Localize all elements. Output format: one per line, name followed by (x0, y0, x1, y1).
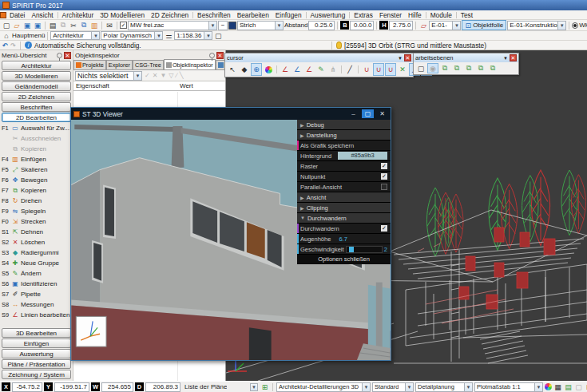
sidebar-category-2d-zeichnen[interactable]: 2D Zeichnen (2, 92, 71, 101)
chevron-down-icon[interactable]: ▼ (464, 383, 472, 391)
chevron-down-icon[interactable]: ▼ (557, 22, 565, 30)
sidebar-category-auswertung[interactable]: Auswertung (2, 349, 71, 358)
chevron-down-icon[interactable]: ▼ (405, 383, 413, 391)
background-color-field[interactable]: #85a9b3 (338, 152, 387, 160)
cursor-icon[interactable]: ↖ (227, 63, 238, 76)
sidebar-category-2d-bearbeiten[interactable]: 2D Bearbeiten (2, 113, 71, 122)
tool-loeschen[interactable]: S2✕Löschen (0, 237, 73, 247)
print-icon[interactable]: ▤ (48, 21, 58, 30)
plane-icon-2[interactable]: ⧉ (451, 63, 462, 73)
menu-item-einfuegen[interactable]: Einfügen (272, 11, 305, 19)
tool-radiergummi[interactable]: S3◆Radiergummi (0, 247, 73, 258)
angle-edit-icon[interactable]: ∠ (303, 63, 315, 76)
menu-item-hilfe[interactable]: Hilfe (405, 11, 425, 19)
chevron-down-icon[interactable]: ▼ (204, 32, 212, 39)
menu-item-test[interactable]: Test (458, 11, 476, 19)
window-icon[interactable]: ▢ (574, 382, 583, 391)
menu-item-auswertung[interactable]: Auswertung (307, 11, 349, 19)
tab-csg-tree[interactable]: CSG-Tree (133, 60, 164, 69)
plane-icon-3[interactable]: ⧉ (463, 63, 474, 73)
menu-item-fenster[interactable]: Fenster (376, 11, 405, 19)
close-icon[interactable]: ✕ (510, 54, 517, 61)
tool-dehnen[interactable]: S1⇱Dehnen (0, 227, 73, 237)
speed-slider[interactable] (346, 246, 383, 253)
menu-item-ansicht[interactable]: Ansicht (28, 11, 56, 19)
wall-style-combo[interactable]: MW frei.zac▼ (128, 21, 217, 30)
arbeitsebenen-titlebar[interactable]: arbeitsebenen ▼ ✕ (414, 53, 518, 62)
tab-objektinspektor[interactable]: Objektinspektor (164, 59, 216, 69)
chevron-down-icon[interactable]: ▼ (452, 22, 460, 30)
cursor-toolbar-titlebar[interactable]: cursor ▼ ✕ (225, 53, 413, 62)
frame-icon[interactable]: ▢ (415, 63, 426, 73)
tool-aendern[interactable]: S5✎Ändern (0, 268, 73, 279)
plane-icon-1[interactable]: ⧉ (439, 63, 450, 73)
chevron-down-icon[interactable]: ▼ (250, 383, 258, 391)
paste-icon[interactable]: ▥ (89, 21, 99, 30)
nullpunkt-checkbox[interactable]: ✓ (381, 173, 387, 180)
tool-identifizieren[interactable]: S6▣Identifizieren (0, 279, 73, 289)
tool-spiegeln[interactable]: F9⇋Spiegeln (0, 206, 73, 216)
copy-icon[interactable]: ⧉ (79, 21, 89, 30)
chevron-down-icon[interactable]: ▼ (133, 72, 141, 80)
x-coordinate-field[interactable]: -54.75.2 (12, 382, 42, 392)
tool-kopieren-disabled[interactable]: ⧉Kopieren (0, 144, 73, 154)
raster-checkbox[interactable]: ✓ (381, 163, 387, 169)
grid-icon[interactable]: ▦ (553, 382, 562, 391)
tool-bewegen[interactable]: F6✥Bewegen (0, 175, 73, 185)
plane-icon-5[interactable]: ⧉ (487, 63, 498, 73)
fork-icon[interactable]: ⋔ (327, 63, 339, 76)
folie-combo[interactable]: E-01-▼ (429, 21, 461, 30)
profile-combo[interactable]: Architektur▼ (50, 31, 100, 40)
w-coordinate-field[interactable]: 254.655 (101, 382, 133, 392)
chevron-down-icon[interactable]: ▼ (398, 56, 403, 61)
close-icon[interactable]: ✕ (404, 54, 411, 61)
section-clipping[interactable]: ▶Clipping (297, 203, 391, 213)
slash-icon[interactable]: ∕ (176, 72, 176, 79)
chevron-down-icon[interactable]: ▼ (154, 32, 162, 39)
augenhoehe-value[interactable]: 6.7 (339, 236, 347, 243)
section-ansicht[interactable]: ▶Ansicht (297, 192, 391, 203)
section-debug[interactable]: ▶Debug (297, 120, 391, 130)
backslash-icon[interactable]: ╲ (180, 72, 184, 79)
colorwheel-icon[interactable] (263, 63, 274, 76)
scale-combo[interactable]: 1:158.36▼ (174, 31, 212, 40)
sheet-check-icon[interactable]: ▤ (564, 382, 573, 391)
chevron-down-icon[interactable]: ▼ (208, 22, 216, 30)
hauptmenu-label[interactable]: Hauptmenü (12, 32, 45, 39)
sort-icon[interactable]: ▽ (169, 72, 173, 79)
viewer-titlebar[interactable]: ST 3D Viewer – ▢ ✕ (71, 108, 391, 120)
plan-list-combo[interactable]: Liste der Pläne▼ (182, 382, 259, 392)
sidebar-category-zeichnung[interactable]: Zeichnung / System (2, 370, 71, 379)
menu-item-2d-zeichnen[interactable]: 2D Zeichnen (148, 11, 192, 19)
chevron-down-icon[interactable]: ▼ (275, 22, 283, 30)
h-field[interactable]: 2.75.0 (389, 21, 413, 30)
pipette-icon[interactable]: ✎ (315, 63, 327, 76)
standard-combo[interactable]: Standard▼ (372, 382, 414, 392)
pin-icon[interactable] (209, 53, 215, 58)
close-icon[interactable]: ✕ (64, 52, 71, 59)
linetype-combo[interactable]: Strich▼ (237, 21, 284, 30)
sidebar-category-einfuegen[interactable]: Einfügen (2, 339, 71, 348)
send-icon[interactable]: ✉ (105, 21, 114, 30)
tool-messungen[interactable]: S8↔Messungen (0, 299, 73, 310)
menu-item-datei[interactable]: Datei (6, 11, 28, 19)
minus-button[interactable]: − (218, 21, 228, 30)
angle-blue-icon[interactable]: ∠ (292, 63, 303, 76)
menu-item-bearbeiten[interactable]: Bearbeiten (234, 11, 272, 19)
objektfolie-toggle[interactable]: ⊡Objektfolie (462, 20, 506, 30)
d-coordinate-field[interactable]: 206.89.3 (145, 382, 180, 392)
tool-einfuegen[interactable]: F4▥Einfügen (0, 154, 73, 164)
pin-icon[interactable] (57, 53, 62, 58)
tool-skalieren[interactable]: F5⤢Skalieren (0, 164, 73, 175)
geschwindigkeit-value[interactable]: 2 (384, 246, 387, 253)
chevron-down-icon[interactable]: ▼ (534, 383, 542, 391)
abstand-field[interactable]: 0.25.0 (308, 21, 335, 30)
close-options-button[interactable]: Optionen schließen (297, 255, 391, 264)
maximize-icon[interactable]: ▢ (362, 109, 374, 118)
add-plan-icon[interactable]: ⊞ (260, 382, 269, 391)
new-file-icon[interactable]: ▢ (2, 21, 11, 30)
snap-combo[interactable]: Polar Dynamisch▼ (101, 31, 163, 40)
plane-icon-4[interactable]: ⧉ (475, 63, 486, 73)
close-icon[interactable]: ✕ (216, 52, 224, 59)
home-icon[interactable]: ⌂ (2, 31, 11, 41)
